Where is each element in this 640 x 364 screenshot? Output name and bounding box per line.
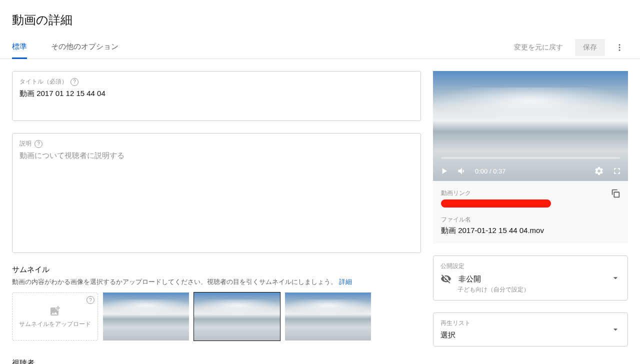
svg-point-0 <box>619 44 620 46</box>
svg-rect-3 <box>614 192 619 197</box>
learn-more-link[interactable]: 詳細 <box>339 278 352 286</box>
header-actions: 変更を元に戻す 保存 <box>508 39 628 56</box>
title-value: 動画 2017 01 12 15 44 04 <box>20 89 414 98</box>
visibility-label: 公開設定 <box>440 262 620 270</box>
add-image-icon <box>49 305 61 317</box>
description-label: 説明 ? <box>20 140 414 148</box>
help-icon[interactable]: ? <box>34 140 42 148</box>
svg-point-1 <box>619 46 620 48</box>
right-column: 0:00 / 0:37 動画リンク ファイル名 動画 2017-01-12 15… <box>433 71 628 346</box>
help-icon[interactable]: ? <box>70 78 78 86</box>
video-info-card: 動画リンク ファイル名 動画 2017-01-12 15 44 04.mov <box>433 181 628 244</box>
description-placeholder: 動画について視聴者に説明する <box>20 151 414 160</box>
thumbnail-subtext-text: 動画の内容がわかる画像を選択するかアップロードしてください。視聴者の目を引くサム… <box>12 278 339 286</box>
playlist-label: 再生リスト <box>440 319 620 328</box>
playlist-panel[interactable]: 再生リスト 選択 <box>433 312 628 346</box>
tabs: 標準 その他のオプション <box>12 36 118 58</box>
svg-point-2 <box>619 49 620 50</box>
save-button[interactable]: 保存 <box>575 39 605 56</box>
thumbnail-option-2[interactable] <box>194 292 280 340</box>
page-title: 動画の詳細 <box>0 0 640 36</box>
visibility-sub: 子ども向け（自分で設定） <box>458 286 620 294</box>
description-input[interactable]: 説明 ? 動画について視聴者に説明する <box>12 133 421 253</box>
main-content: タイトル（必須） ? 動画 2017 01 12 15 44 04 説明 ? 動… <box>0 59 640 358</box>
thumbnail-subtext: 動画の内容がわかる画像を選択するかアップロードしてください。視聴者の目を引くサム… <box>12 278 421 286</box>
visibility-panel[interactable]: 公開設定 非公開 子ども向け（自分で設定） <box>433 256 628 300</box>
title-label: タイトル（必須） ? <box>20 78 414 86</box>
description-label-text: 説明 <box>20 140 32 148</box>
chevron-down-icon <box>610 324 620 334</box>
video-time: 0:00 / 0:37 <box>475 168 506 175</box>
copy-icon[interactable] <box>610 188 621 199</box>
title-input[interactable]: タイトル（必須） ? 動画 2017 01 12 15 44 04 <box>12 71 421 121</box>
more-icon[interactable] <box>611 39 628 56</box>
thumbnail-row: ? サムネイルをアップロード <box>12 292 421 340</box>
video-scrubber[interactable] <box>441 157 620 159</box>
revert-button[interactable]: 変更を元に戻す <box>508 39 569 56</box>
tab-more-options[interactable]: その他のオプション <box>51 36 118 58</box>
video-link-redacted <box>441 200 551 208</box>
chevron-down-icon <box>610 273 620 283</box>
play-icon[interactable] <box>439 166 449 176</box>
left-column: タイトル（必須） ? 動画 2017 01 12 15 44 04 説明 ? 動… <box>12 71 421 346</box>
video-preview[interactable]: 0:00 / 0:37 <box>433 71 628 181</box>
settings-icon[interactable] <box>594 166 604 176</box>
filename-label: ファイル名 <box>441 216 620 224</box>
filename-value: 動画 2017-01-12 15 44 04.mov <box>441 226 620 236</box>
tab-standard[interactable]: 標準 <box>12 36 27 58</box>
title-label-text: タイトル（必須） <box>20 78 68 86</box>
audience-heading-cut: 視聴者 <box>0 358 640 364</box>
visibility-value: 非公開 <box>458 274 481 284</box>
thumbnail-heading: サムネイル <box>12 265 421 274</box>
fullscreen-icon[interactable] <box>612 166 622 176</box>
thumbnail-upload-label: サムネイルをアップロード <box>19 320 91 328</box>
help-icon[interactable]: ? <box>86 296 94 304</box>
thumbnail-upload-button[interactable]: ? サムネイルをアップロード <box>12 292 98 340</box>
thumbnail-option-1[interactable] <box>103 292 189 340</box>
volume-icon[interactable] <box>457 166 467 176</box>
playlist-value: 選択 <box>440 330 620 340</box>
video-controls: 0:00 / 0:37 <box>433 161 628 181</box>
video-link-label: 動画リンク <box>441 189 620 198</box>
visibility-off-icon <box>440 274 452 284</box>
header-bar: 標準 その他のオプション 変更を元に戻す 保存 <box>0 36 640 59</box>
thumbnail-option-3[interactable] <box>285 292 371 340</box>
